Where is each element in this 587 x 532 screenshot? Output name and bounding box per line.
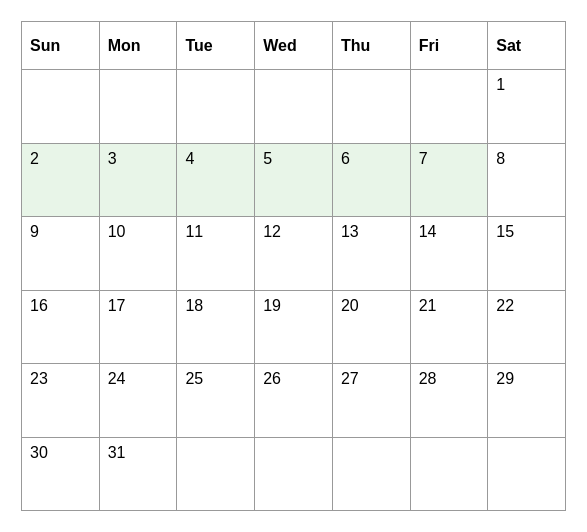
- calendar-cell: 1: [488, 70, 566, 144]
- calendar-cell: 15: [488, 217, 566, 291]
- calendar-cell: [177, 70, 255, 144]
- calendar-cell: 18: [177, 290, 255, 364]
- calendar-header-thu: Thu: [332, 22, 410, 70]
- calendar-cell: [99, 70, 177, 144]
- calendar-cell: 30: [22, 437, 100, 511]
- calendar-cell: [332, 437, 410, 511]
- calendar-cell: 23: [22, 364, 100, 438]
- calendar-cell: 17: [99, 290, 177, 364]
- calendar-cell: 27: [332, 364, 410, 438]
- calendar-cell: 21: [410, 290, 488, 364]
- calendar-cell: 11: [177, 217, 255, 291]
- calendar-cell: [22, 70, 100, 144]
- calendar-cell: 12: [255, 217, 333, 291]
- calendar-cell: [410, 70, 488, 144]
- calendar-cell: 29: [488, 364, 566, 438]
- calendar-cell: 13: [332, 217, 410, 291]
- calendar-cell: 8: [488, 143, 566, 217]
- calendar-week-1: 2345678: [22, 143, 566, 217]
- calendar-week-2: 9101112131415: [22, 217, 566, 291]
- calendar-header-tue: Tue: [177, 22, 255, 70]
- calendar-cell: 26: [255, 364, 333, 438]
- calendar-cell: 16: [22, 290, 100, 364]
- calendar-header-fri: Fri: [410, 22, 488, 70]
- calendar-cell: 5: [255, 143, 333, 217]
- calendar-header-sat: Sat: [488, 22, 566, 70]
- calendar-week-5: 3031: [22, 437, 566, 511]
- calendar-cell: [488, 437, 566, 511]
- calendar-cell: 31: [99, 437, 177, 511]
- calendar-cell: 3: [99, 143, 177, 217]
- calendar-cell: 14: [410, 217, 488, 291]
- calendar-cell: 22: [488, 290, 566, 364]
- calendar-week-3: 16171819202122: [22, 290, 566, 364]
- calendar-header-sun: Sun: [22, 22, 100, 70]
- calendar-cell: 4: [177, 143, 255, 217]
- calendar-week-0: 1: [22, 70, 566, 144]
- calendar-cell: 28: [410, 364, 488, 438]
- calendar-table: SunMonTueWedThuFriSat 123456789101112131…: [21, 21, 566, 511]
- calendar-cell: 9: [22, 217, 100, 291]
- calendar-cell: 24: [99, 364, 177, 438]
- calendar-cell: 10: [99, 217, 177, 291]
- calendar-week-4: 23242526272829: [22, 364, 566, 438]
- calendar-cell: 19: [255, 290, 333, 364]
- calendar-header-mon: Mon: [99, 22, 177, 70]
- calendar-cell: 20: [332, 290, 410, 364]
- calendar-cell: [332, 70, 410, 144]
- calendar-cell: [255, 437, 333, 511]
- calendar-cell: 2: [22, 143, 100, 217]
- calendar-cell: [177, 437, 255, 511]
- calendar-cell: [255, 70, 333, 144]
- calendar-cell: 25: [177, 364, 255, 438]
- calendar-header-wed: Wed: [255, 22, 333, 70]
- calendar-cell: 7: [410, 143, 488, 217]
- calendar-cell: 6: [332, 143, 410, 217]
- calendar-cell: [410, 437, 488, 511]
